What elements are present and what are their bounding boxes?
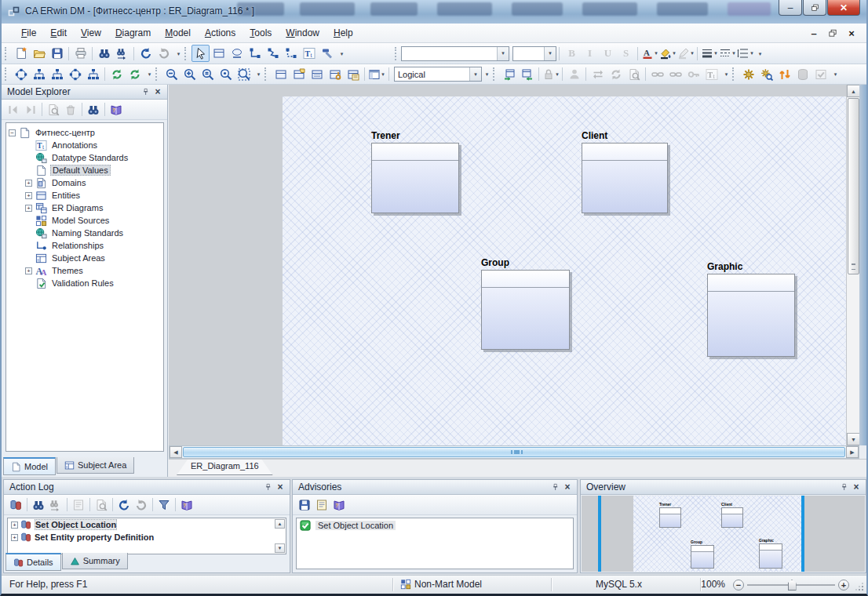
tree-item-naming-standards[interactable]: Naming Standards: [6, 227, 163, 239]
tree-expander[interactable]: +: [25, 267, 32, 274]
fill-color-button[interactable]: ▾: [658, 45, 677, 62]
chevron-down-icon[interactable]: ▾: [469, 67, 481, 81]
log-filter-button[interactable]: [155, 496, 173, 514]
zoom-out-icon[interactable]: −: [733, 580, 744, 591]
entity-box[interactable]: [582, 143, 668, 213]
zoom-dynamic-button[interactable]: [217, 66, 235, 83]
attribute-display-button[interactable]: [290, 66, 308, 83]
collaborate-button[interactable]: [565, 66, 583, 83]
explorer-forward-button[interactable]: [22, 101, 39, 118]
tree-item-model-sources[interactable]: Model Sources: [6, 214, 163, 227]
chevron-down-icon[interactable]: ▾: [497, 47, 509, 60]
db-connect-button[interactable]: [793, 66, 811, 83]
menu-diagram[interactable]: Diagram: [108, 25, 158, 41]
scroll-up-button[interactable]: ▲: [847, 85, 860, 97]
tree-item-er-diagrams[interactable]: + ER Diagrams: [6, 202, 163, 214]
orthogonal-layout-button[interactable]: [48, 66, 66, 83]
tab-summary[interactable]: Summary: [62, 553, 128, 569]
advisories-properties-button[interactable]: [313, 496, 330, 514]
toolbar-overflow-button[interactable]: [831, 66, 840, 83]
log-find-button[interactable]: [30, 496, 47, 514]
log-columns-button[interactable]: [7, 496, 24, 514]
toolbar-grip[interactable]: [184, 47, 188, 60]
toolbar-grip[interactable]: [5, 67, 9, 81]
grid-layout-button[interactable]: [126, 66, 144, 83]
font-combo[interactable]: ▾: [401, 46, 509, 61]
horizontal-scroll-thumb[interactable]: [183, 447, 845, 457]
line-style-button[interactable]: ▾: [718, 45, 736, 62]
toolbar-grip[interactable]: [155, 67, 159, 81]
tree-expander[interactable]: +: [25, 180, 32, 187]
report-button[interactable]: [625, 66, 643, 83]
bold-button[interactable]: B: [563, 45, 581, 62]
zoom-slider[interactable]: − +: [733, 579, 849, 591]
mdi-restore-button[interactable]: [826, 27, 840, 39]
tab-subject-area[interactable]: Subject Area: [57, 457, 134, 474]
theme-tool[interactable]: [318, 45, 336, 62]
find-button[interactable]: [95, 45, 113, 62]
log-find-next-button[interactable]: [47, 496, 64, 514]
zoom-100-button[interactable]: [199, 66, 217, 83]
tab-model[interactable]: Model: [3, 457, 56, 475]
entity-box[interactable]: [707, 274, 795, 357]
tree-item-subject-areas[interactable]: Subject Areas: [6, 252, 163, 264]
export-model-button[interactable]: [518, 66, 536, 83]
restore-button[interactable]: [803, 0, 826, 16]
open-model-button[interactable]: [30, 45, 48, 62]
tree-item-domains[interactable]: + Domains: [6, 176, 163, 189]
line-color-button[interactable]: ▾: [677, 45, 695, 62]
menu-edit[interactable]: Edit: [43, 25, 74, 41]
tree-item-datatype-standards[interactable]: Datatype Standards: [6, 151, 163, 164]
toolbar-grip[interactable]: [264, 67, 268, 81]
diagram-canvas[interactable]: Trener Client Group Graphic: [169, 85, 866, 445]
entity-box[interactable]: [481, 270, 570, 350]
log-preview-button[interactable]: [93, 496, 110, 514]
toolbar-overflow-button[interactable]: [756, 45, 764, 62]
menu-window[interactable]: Window: [279, 25, 326, 41]
log-properties-button[interactable]: [70, 496, 87, 514]
zoom-region-button[interactable]: [235, 66, 253, 83]
tree-item-validation-rules[interactable]: Validation Rules: [6, 277, 163, 289]
log-row-set-entity-property-definition[interactable]: + Set Entity property Definition: [8, 531, 286, 543]
tab-details[interactable]: Details: [5, 553, 61, 571]
minimize-button[interactable]: –: [779, 0, 802, 16]
entity-display-button[interactable]: [272, 66, 290, 83]
tree-item-annotations[interactable]: Annotations: [6, 139, 163, 151]
complete-compare-button[interactable]: [739, 66, 757, 83]
entity-group[interactable]: Group: [481, 257, 570, 350]
non-identifying-relationship-tool[interactable]: [282, 45, 300, 62]
compare-button[interactable]: [589, 66, 607, 83]
definition-display-button[interactable]: [344, 66, 362, 83]
tree-layout-button[interactable]: [84, 66, 102, 83]
unlink-button[interactable]: [666, 66, 684, 83]
print-button[interactable]: [71, 45, 89, 62]
advisories-save-button[interactable]: [296, 496, 313, 514]
new-model-button[interactable]: [12, 45, 30, 62]
forward-engineer-button[interactable]: [775, 66, 793, 83]
explorer-preview-button[interactable]: [45, 101, 62, 118]
menu-tools[interactable]: Tools: [243, 25, 279, 41]
log-redo-button[interactable]: [133, 496, 150, 514]
find-replace-button[interactable]: [113, 45, 131, 62]
hierarchical-layout-button[interactable]: [30, 66, 48, 83]
explorer-find-button[interactable]: [85, 101, 102, 118]
viewport-indicator-left[interactable]: [598, 496, 601, 572]
toolbar-grip[interactable]: [493, 67, 497, 81]
entity-box[interactable]: [371, 143, 459, 213]
pin-icon[interactable]: [837, 482, 850, 493]
reverse-engineer-button[interactable]: [757, 66, 775, 83]
zoom-in-button[interactable]: [181, 66, 199, 83]
italic-button[interactable]: I: [581, 45, 599, 62]
log-help-button[interactable]: [178, 496, 195, 514]
redo-button[interactable]: [155, 45, 173, 62]
display-options-button[interactable]: ▾: [367, 66, 385, 83]
overview-minimap[interactable]: Trener Client Group Graphic: [582, 496, 865, 572]
line-width-button[interactable]: ▾: [700, 45, 718, 62]
symmetric-layout-button[interactable]: [66, 66, 84, 83]
scroll-right-button[interactable]: ▶: [846, 446, 859, 458]
toolbar-overflow-button[interactable]: [722, 66, 731, 83]
zoom-slider-track[interactable]: [747, 584, 835, 586]
scroll-down-button[interactable]: ▼: [275, 543, 285, 553]
tree-item-themes[interactable]: + Themes: [6, 264, 163, 277]
title-bar[interactable]: CA ERwin DM - [Фитнесс-центр : ER_Diagra…: [2, 0, 866, 24]
